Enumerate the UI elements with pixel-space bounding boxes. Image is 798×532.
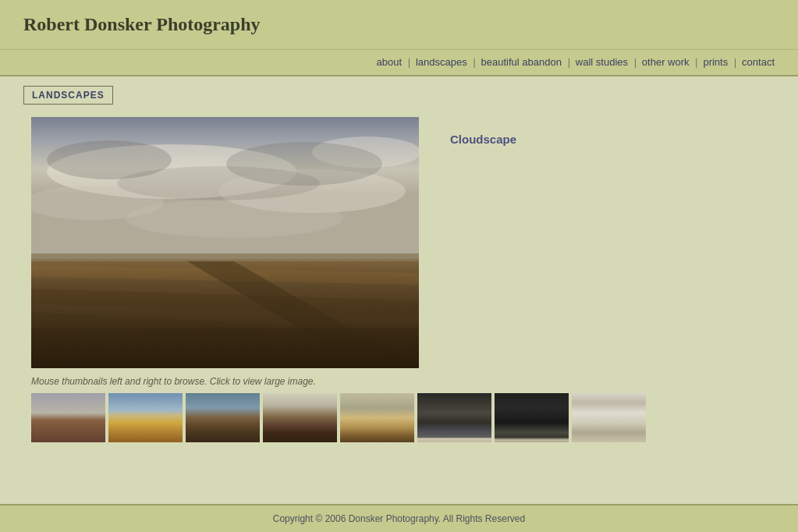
svg-marker-13 xyxy=(31,312,265,339)
nav-other-work[interactable]: other work xyxy=(642,56,690,68)
nav-sep-4: | xyxy=(634,56,639,68)
site-title: Robert Donsker Photography xyxy=(23,14,775,35)
nav-landscapes[interactable]: landscapes xyxy=(416,56,467,68)
cloudscape-svg xyxy=(31,117,419,368)
nav-about[interactable]: about xyxy=(377,56,403,68)
thumbnail-3[interactable] xyxy=(186,393,260,442)
thumbnail-hint: Mouse thumbnails left and right to brows… xyxy=(31,376,775,387)
thumbnail-6[interactable] xyxy=(417,393,491,442)
svg-point-5 xyxy=(125,199,343,238)
thumb-img-8 xyxy=(572,393,646,442)
nav-sep-3: | xyxy=(568,56,573,68)
main-image[interactable] xyxy=(31,117,419,368)
thumbnail-4[interactable] xyxy=(263,393,337,442)
svg-marker-12 xyxy=(31,289,419,316)
thumbnail-5[interactable] xyxy=(340,393,414,442)
svg-rect-15 xyxy=(31,328,419,368)
svg-marker-11 xyxy=(31,265,419,285)
nav-bar: about | landscapes | beautiful abandon |… xyxy=(0,50,798,76)
nav-wall-studies[interactable]: wall studies xyxy=(576,56,628,68)
thumbnail-8[interactable] xyxy=(572,393,646,442)
svg-rect-10 xyxy=(31,261,419,368)
nav-contact[interactable]: contact xyxy=(742,56,775,68)
image-caption: Cloudscape xyxy=(450,117,516,146)
thumb-img-5 xyxy=(340,393,414,442)
thumb-img-2 xyxy=(108,393,183,442)
thumbnails-section: Mouse thumbnails left and right to brows… xyxy=(0,376,798,450)
thumbnails-row xyxy=(31,393,775,442)
caption-area: Cloudscape xyxy=(450,117,516,146)
nav-prints[interactable]: prints xyxy=(703,56,728,68)
nav-sep-6: | xyxy=(734,56,739,68)
thumb-img-4 xyxy=(263,393,337,442)
cloudscape-photo xyxy=(31,117,419,368)
svg-marker-14 xyxy=(187,261,419,368)
main-image-container xyxy=(31,117,419,368)
svg-rect-9 xyxy=(31,254,419,265)
nav-beautiful-abandon[interactable]: beautiful abandon xyxy=(481,56,562,68)
site-header: Robert Donsker Photography xyxy=(0,0,798,50)
thumb-img-3 xyxy=(186,393,260,442)
thumb-img-7 xyxy=(495,393,569,442)
footer: Copyright © 2006 Donsker Photography. Al… xyxy=(0,504,798,532)
nav-sep-2: | xyxy=(473,56,478,68)
thumbnail-2[interactable] xyxy=(108,393,183,442)
thumbnail-1[interactable] xyxy=(31,393,105,442)
nav-sep-5: | xyxy=(696,56,700,68)
thumbnail-7[interactable] xyxy=(495,393,569,442)
main-content: Cloudscape xyxy=(0,109,798,376)
footer-copyright: Copyright © 2006 Donsker Photography. Al… xyxy=(23,513,775,524)
page-label-container: LANDSCAPES xyxy=(0,76,798,109)
page-label: LANDSCAPES xyxy=(23,86,113,105)
thumb-img-6 xyxy=(417,393,491,442)
nav-sep-1: | xyxy=(408,56,413,68)
thumb-img-1 xyxy=(31,393,105,442)
svg-point-8 xyxy=(117,166,320,200)
